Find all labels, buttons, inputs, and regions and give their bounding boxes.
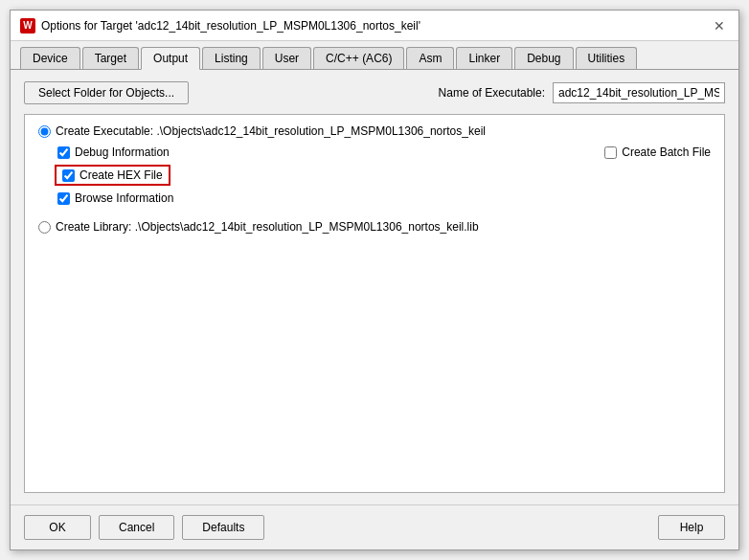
close-button[interactable]: ✕ [710,16,729,35]
title-bar-left: W Options for Target 'adc12_14bit_resolu… [20,18,420,34]
create-executable-label: Create Executable: .\Objects\adc12_14bit… [56,124,486,138]
create-batch-label: Create Batch File [622,146,711,159]
create-library-label: Create Library: .\Objects\adc12_14bit_re… [56,220,479,234]
name-executable-input[interactable] [553,82,725,103]
tab-output[interactable]: Output [141,47,200,70]
tab-c-c----ac6-[interactable]: C/C++ (AC6) [313,47,404,69]
left-options: Debug Information Create HEX File Browse… [38,146,173,205]
tab-bar: DeviceTargetOutputListingUserC/C++ (AC6)… [11,41,738,70]
footer: OK Cancel Defaults Help [11,504,738,549]
name-executable-group: Name of Executable: [439,82,725,103]
footer-right: Help [658,515,725,540]
tab-target[interactable]: Target [82,47,139,69]
create-batch-checkbox[interactable] [604,146,617,159]
tab-listing[interactable]: Listing [202,47,261,69]
right-options: Create Batch File [604,146,711,159]
select-folder-button[interactable]: Select Folder for Objects... [24,81,189,104]
two-column-options: Debug Information Create HEX File Browse… [38,146,711,205]
defaults-button[interactable]: Defaults [182,515,264,540]
browse-info-checkbox[interactable] [57,192,70,205]
debug-info-row: Debug Information [38,146,173,159]
title-bar: W Options for Target 'adc12_14bit_resolu… [11,11,738,41]
ok-button[interactable]: OK [24,515,91,540]
create-library-radio[interactable] [38,221,51,234]
debug-info-label: Debug Information [75,146,170,159]
debug-info-checkbox[interactable] [57,146,70,159]
name-executable-label: Name of Executable: [439,86,545,100]
browse-info-row: Browse Information [38,191,173,205]
tab-device[interactable]: Device [20,47,80,69]
main-window: W Options for Target 'adc12_14bit_resolu… [10,10,739,550]
cancel-button[interactable]: Cancel [99,515,174,540]
app-icon: W [20,18,35,34]
create-hex-label: Create HEX File [79,168,163,182]
browse-info-label: Browse Information [75,191,173,205]
create-library-row: Create Library: .\Objects\adc12_14bit_re… [38,220,711,234]
create-hex-checkbox[interactable] [62,169,75,182]
hex-file-highlight: Create HEX File [55,165,170,186]
top-row: Select Folder for Objects... Name of Exe… [24,81,725,104]
create-batch-row: Create Batch File [604,146,711,159]
tab-linker[interactable]: Linker [456,47,512,69]
tab-utilities[interactable]: Utilities [576,47,638,69]
content-area: Select Folder for Objects... Name of Exe… [11,70,738,504]
create-executable-radio[interactable] [38,125,51,138]
window-title: Options for Target 'adc12_14bit_resoluti… [41,19,420,33]
tab-user[interactable]: User [262,47,311,69]
tab-debug[interactable]: Debug [514,47,573,69]
help-button[interactable]: Help [658,515,725,540]
tab-asm[interactable]: Asm [406,47,454,69]
create-executable-row: Create Executable: .\Objects\adc12_14bit… [38,124,711,138]
create-hex-row: Create HEX File [38,165,173,186]
output-group: Create Executable: .\Objects\adc12_14bit… [24,114,725,493]
